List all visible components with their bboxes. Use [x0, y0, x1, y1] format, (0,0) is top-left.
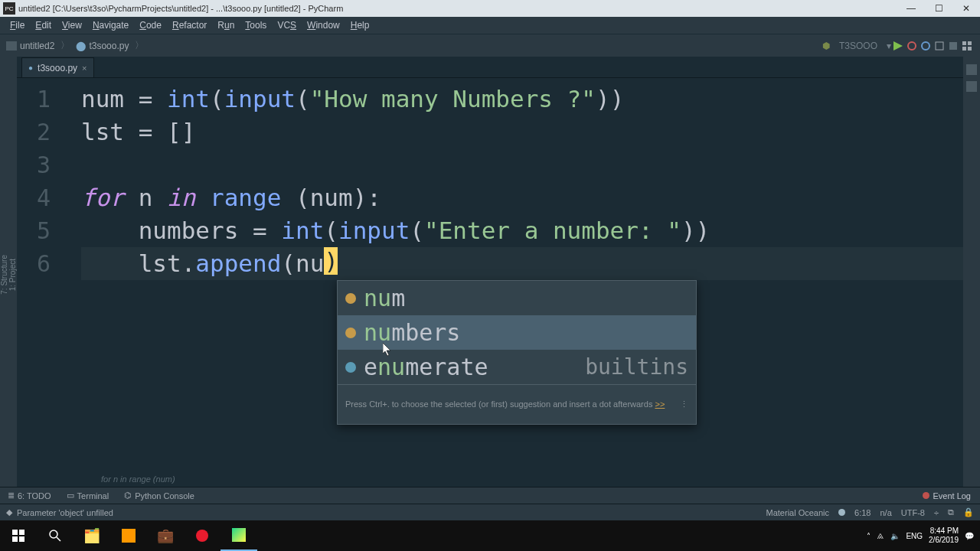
menu-run[interactable]: Run: [212, 18, 240, 32]
chevron-down-icon: ÷: [934, 508, 939, 517]
code-lines[interactable]: num = int(input("How many Numbers ?")) l…: [81, 78, 963, 471]
taskbar-explorer[interactable]: 🗂️: [74, 520, 110, 551]
caret-position[interactable]: 6:18: [854, 508, 871, 517]
autocomplete-item[interactable]: enumerate builtins: [338, 350, 696, 384]
editor-tab-row: ● t3sooo.py ×: [17, 57, 963, 78]
app-icon: PC: [3, 2, 15, 15]
notification-dot-icon: [923, 492, 929, 499]
todo-icon: ≣: [8, 491, 15, 500]
py-icon: ⬤: [76, 41, 86, 51]
svg-point-15: [196, 530, 208, 542]
menu-tools[interactable]: Tools: [240, 18, 272, 32]
py-file-icon: ●: [28, 64, 33, 72]
encoding[interactable]: UTF-8: [901, 508, 925, 517]
run-config-name: T3SOOO: [836, 41, 880, 51]
line-number: 5: [17, 214, 51, 247]
title-bar: PC untitled2 [C:\Users\t3so\PycharmProje…: [0, 0, 980, 17]
status-hint: Parameter 'object' unfilled: [17, 508, 113, 517]
search-button[interactable]: [37, 520, 74, 551]
code-editor[interactable]: 1 2 3 4 5 6 num = int(input("How many Nu…: [17, 78, 963, 471]
svg-line-14: [57, 537, 60, 541]
code-line: num = int(input("How many Numbers ?")): [81, 83, 963, 116]
tool-structure[interactable]: 7: Structure: [0, 255, 8, 295]
svg-rect-10: [19, 530, 24, 535]
debug-button[interactable]: [905, 39, 919, 53]
menu-refactor[interactable]: Refactor: [167, 18, 212, 32]
chevron-icon: 〉: [135, 39, 144, 52]
autocomplete-item[interactable]: num: [338, 281, 696, 315]
todo-tab[interactable]: ≣ 6: TODO: [0, 491, 59, 500]
svg-point-13: [50, 530, 57, 538]
editor-context-breadcrumb: for n in range (num): [17, 471, 963, 487]
menu-vcs[interactable]: VCS: [272, 18, 302, 32]
breadcrumb[interactable]: untitled2 〉 ⬤ t3sooo.py 〉: [6, 39, 147, 52]
maximize-button[interactable]: ☐: [925, 0, 952, 17]
stop-button[interactable]: [946, 39, 960, 53]
editor-tab[interactable]: ● t3sooo.py ×: [21, 57, 94, 77]
menu-code[interactable]: Code: [134, 18, 167, 32]
coverage-button[interactable]: [919, 39, 933, 53]
status-bar: ◆ Parameter 'object' unfilled Material O…: [0, 504, 980, 520]
breadcrumb-project: untitled2: [20, 41, 54, 51]
search-everywhere-button[interactable]: [960, 39, 974, 53]
run-config-selector[interactable]: ⬢ T3SOOO ▾: [822, 41, 891, 51]
window-title: untitled2 [C:\Users\t3so\PycharmProjects…: [18, 4, 897, 13]
event-log-tab[interactable]: Event Log: [923, 491, 980, 500]
menu-bar: File Edit View Navigate Code Refactor Ru…: [0, 17, 980, 34]
profile-button[interactable]: [933, 39, 946, 53]
bottom-tool-tabs: ≣ 6: TODO ▭ Terminal ⌬ Python Console Ev…: [0, 487, 980, 504]
network-icon[interactable]: ⩓: [877, 532, 884, 540]
notifications-icon[interactable]: 💬: [965, 532, 974, 540]
theme-name[interactable]: Material Oceanic: [766, 508, 830, 517]
autocomplete-item[interactable]: numbers: [338, 315, 696, 350]
menu-window[interactable]: Window: [302, 18, 345, 32]
taskbar-app-1[interactable]: 💼: [147, 520, 184, 551]
svg-rect-6: [968, 41, 972, 45]
menu-navigate[interactable]: Navigate: [87, 18, 134, 32]
code-line: for n in range (num):: [81, 181, 963, 214]
terminal-tab[interactable]: ▭ Terminal: [59, 491, 117, 500]
line-number: 4: [17, 181, 51, 214]
play-button[interactable]: [891, 39, 905, 53]
volume-icon[interactable]: 🔈: [890, 532, 900, 540]
taskbar-opera[interactable]: [184, 520, 220, 551]
main-area: 1: Project 7: Structure 2: Favorites ● t…: [0, 57, 980, 487]
current-line-highlight: [81, 247, 963, 280]
chevron-icon: 〉: [60, 39, 70, 52]
close-button[interactable]: ✕: [952, 0, 980, 17]
autocomplete-hint: Press Ctrl+. to choose the selected (or …: [338, 384, 696, 424]
menu-edit[interactable]: Edit: [30, 18, 57, 32]
language-indicator[interactable]: ENG: [906, 532, 923, 540]
gutter: 1 2 3 4 5 6: [17, 78, 60, 471]
taskbar-sublime[interactable]: [110, 520, 147, 551]
svg-point-1: [908, 42, 916, 50]
autocomplete-popup[interactable]: num numbers enumerate builtins Press Ctr…: [337, 280, 697, 425]
python-console-tab[interactable]: ⌬ Python Console: [116, 491, 202, 500]
menu-view[interactable]: View: [57, 18, 87, 32]
clock[interactable]: 8:44 PM 2/6/2019: [929, 527, 959, 545]
terminal-icon: ▭: [67, 491, 74, 500]
hint-link[interactable]: >>: [655, 388, 665, 421]
tool-project[interactable]: 1: Project: [8, 259, 17, 291]
variable-icon: [345, 328, 356, 338]
code-line: lst = []: [81, 116, 963, 148]
git-icon[interactable]: ⧉: [948, 507, 954, 517]
svg-point-2: [922, 42, 929, 50]
status-na: n/a: [880, 508, 891, 517]
right-tool-icon[interactable]: [966, 81, 977, 92]
system-tray[interactable]: ˄ ⩓ 🔈 ENG 8:44 PM 2/6/2019 💬: [867, 527, 980, 545]
minimize-button[interactable]: —: [897, 0, 925, 17]
tab-filename: t3sooo.py: [38, 63, 77, 73]
close-icon[interactable]: ×: [82, 64, 87, 73]
menu-file[interactable]: File: [5, 18, 30, 32]
menu-help[interactable]: Help: [345, 18, 375, 32]
right-tool-icon[interactable]: [966, 64, 977, 75]
warning-icon: ◆: [6, 507, 12, 517]
tray-chevron-icon[interactable]: ˄: [867, 532, 871, 540]
svg-rect-5: [962, 41, 966, 45]
lock-icon[interactable]: 🔒: [963, 507, 974, 517]
breadcrumb-file: t3sooo.py: [89, 41, 129, 51]
svg-rect-9: [12, 530, 18, 535]
taskbar-pycharm[interactable]: [220, 520, 257, 551]
start-button[interactable]: [0, 520, 37, 551]
